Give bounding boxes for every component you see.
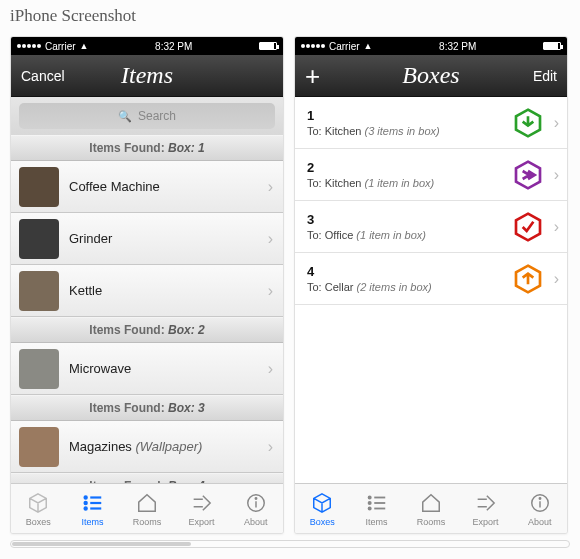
tab-label: Items (82, 517, 104, 527)
battery-icon (543, 42, 561, 50)
tab-rooms[interactable]: Rooms (120, 484, 174, 533)
battery-icon (259, 42, 277, 50)
wifi-icon: ▲ (364, 41, 373, 51)
navigation-bar: Cancel Items (11, 55, 283, 97)
carrier-label: Carrier (45, 41, 76, 52)
home-icon (420, 491, 442, 515)
nav-title: Items (65, 62, 229, 89)
info-icon (245, 491, 267, 515)
search-wrap: 🔍 Search (11, 97, 283, 135)
svg-point-13 (368, 501, 370, 503)
box-number: 4 (307, 264, 502, 279)
tab-label: Boxes (310, 517, 335, 527)
tab-bar: Boxes Items Rooms Export (11, 483, 283, 533)
item-thumbnail (19, 271, 59, 311)
item-label: Grinder (69, 231, 258, 246)
box-icon (27, 491, 49, 515)
item-row[interactable]: Magazines (Wallpaper) › (11, 421, 283, 473)
navigation-bar: + Boxes Edit (295, 55, 567, 97)
tab-about[interactable]: About (513, 484, 567, 533)
scrollbar-thumb[interactable] (12, 542, 191, 546)
item-row[interactable]: Microwave › (11, 343, 283, 395)
item-thumbnail (19, 219, 59, 259)
svg-point-17 (539, 497, 540, 498)
tab-rooms[interactable]: Rooms (404, 484, 458, 533)
tab-label: Export (472, 517, 498, 527)
tab-boxes[interactable]: Boxes (295, 484, 349, 533)
svg-point-3 (84, 496, 86, 498)
list-icon (82, 491, 104, 515)
box-destination: To: Kitchen (3 items in box) (307, 125, 502, 137)
box-icon (311, 491, 333, 515)
item-row[interactable]: Grinder › (11, 213, 283, 265)
box-row[interactable]: 1 To: Kitchen (3 items in box) › (295, 97, 567, 149)
box-row[interactable]: 2 To: Kitchen (1 item in box) › (295, 149, 567, 201)
phones-row: Carrier ▲ 8:32 PM Cancel Items 🔍 Search … (0, 36, 580, 534)
export-icon (190, 491, 212, 515)
tab-label: Rooms (417, 517, 446, 527)
search-input[interactable]: 🔍 Search (19, 103, 275, 129)
tab-label: Rooms (133, 517, 162, 527)
nav-title: Boxes (349, 62, 513, 89)
horizontal-scrollbar[interactable] (10, 540, 570, 548)
box-row[interactable]: 3 To: Office (1 item in box) › (295, 201, 567, 253)
box-row[interactable]: 4 To: Cellar (2 items in box) › (295, 253, 567, 305)
carrier-label: Carrier (329, 41, 360, 52)
chevron-right-icon: › (554, 218, 559, 236)
tab-export[interactable]: Export (458, 484, 512, 533)
chevron-right-icon: › (268, 230, 273, 248)
chevron-right-icon: › (554, 270, 559, 288)
chevron-right-icon: › (268, 178, 273, 196)
wifi-icon: ▲ (80, 41, 89, 51)
item-row[interactable]: Kettle › (11, 265, 283, 317)
chevron-right-icon: › (554, 114, 559, 132)
status-time: 8:32 PM (439, 41, 476, 52)
box-status-icon (512, 107, 544, 139)
tab-items[interactable]: Items (349, 484, 403, 533)
signal-icon (17, 44, 41, 48)
section-header: Items Found: Box: 3 (11, 395, 283, 421)
phone-right: Carrier ▲ 8:32 PM + Boxes Edit 1 To: Kit… (294, 36, 568, 534)
svg-point-14 (368, 507, 370, 509)
status-bar: Carrier ▲ 8:32 PM (11, 37, 283, 55)
tab-label: Boxes (26, 517, 51, 527)
page-title: iPhone Screenshot (0, 0, 580, 36)
chevron-right-icon: › (268, 438, 273, 456)
section-header: Items Found: Box: 1 (11, 135, 283, 161)
edit-button[interactable]: Edit (513, 68, 557, 84)
item-thumbnail (19, 167, 59, 207)
chevron-right-icon: › (268, 360, 273, 378)
tab-export[interactable]: Export (174, 484, 228, 533)
item-label: Magazines (Wallpaper) (69, 439, 258, 454)
tab-items[interactable]: Items (65, 484, 119, 533)
boxes-list[interactable]: 1 To: Kitchen (3 items in box) › 2 To: K… (295, 97, 567, 483)
box-number: 2 (307, 160, 502, 175)
tab-label: Items (366, 517, 388, 527)
chevron-right-icon: › (268, 282, 273, 300)
box-number: 3 (307, 212, 502, 227)
item-label: Microwave (69, 361, 258, 376)
box-destination: To: Office (1 item in box) (307, 229, 502, 241)
item-row[interactable]: Coffee Machine › (11, 161, 283, 213)
tab-boxes[interactable]: Boxes (11, 484, 65, 533)
signal-icon (301, 44, 325, 48)
svg-point-8 (255, 497, 256, 498)
svg-point-4 (84, 501, 86, 503)
box-status-icon (512, 263, 544, 295)
section-header: Items Found: Box: 4 (11, 473, 283, 483)
items-list[interactable]: 🔍 Search Items Found: Box: 1 Coffee Mach… (11, 97, 283, 483)
section-header: Items Found: Box: 2 (11, 317, 283, 343)
phone-left: Carrier ▲ 8:32 PM Cancel Items 🔍 Search … (10, 36, 284, 534)
info-icon (529, 491, 551, 515)
tab-label: About (244, 517, 268, 527)
chevron-right-icon: › (554, 166, 559, 184)
search-icon: 🔍 (118, 110, 132, 123)
tab-about[interactable]: About (229, 484, 283, 533)
cancel-button[interactable]: Cancel (21, 68, 65, 84)
add-button[interactable]: + (305, 63, 349, 89)
item-label: Coffee Machine (69, 179, 258, 194)
tab-label: About (528, 517, 552, 527)
tab-label: Export (188, 517, 214, 527)
item-label: Kettle (69, 283, 258, 298)
box-number: 1 (307, 108, 502, 123)
